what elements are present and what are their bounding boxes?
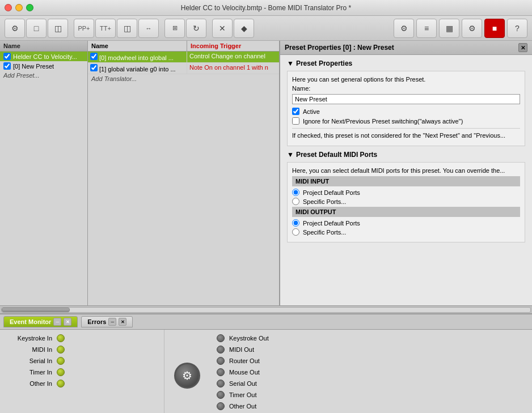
toolbar-devices-btn[interactable]: ⚙ xyxy=(394,19,414,38)
minimize-button[interactable] xyxy=(15,4,23,11)
pp-ignore-label: Ignore for Next/Previous Preset switchin… xyxy=(303,118,463,125)
serial-in-row: Serial In xyxy=(7,357,157,365)
serial-out-row: Serial Out xyxy=(217,380,525,388)
pp-active-label: Active xyxy=(303,108,320,115)
event-monitor-minimize-btn[interactable]: ─ xyxy=(53,318,61,326)
preset-item-1[interactable]: [0] New Preset xyxy=(0,61,87,71)
midi-output-default-radio[interactable] xyxy=(292,219,299,227)
pp-name-label: Name: xyxy=(292,85,520,92)
center-wheel-icon: ⚙ xyxy=(174,363,200,389)
event-monitor-tab[interactable]: Event Monitor ─ ✕ xyxy=(3,316,78,327)
toolbar-project-btn[interactable]: □ xyxy=(26,19,47,38)
preset-0-label: Helder CC to Velocity... xyxy=(13,53,77,60)
translator-item-0[interactable]: [0] modwheel into global ... Control Cha… xyxy=(88,52,279,63)
monitor-tabs: Event Monitor ─ ✕ Errors ─ ✕ xyxy=(0,314,532,330)
other-out-label: Other Out xyxy=(229,403,256,410)
translators-header: Name Incoming Trigger xyxy=(88,41,279,52)
scrollbar-thumb[interactable] xyxy=(2,308,70,312)
pp-ignore-row: Ignore for Next/Previous Preset switchin… xyxy=(292,117,520,125)
pp-active-checkbox[interactable] xyxy=(292,108,299,115)
toolbar-swap-btn[interactable]: ↔ xyxy=(138,19,159,38)
keystroke-in-row: Keystroke In xyxy=(7,334,157,342)
event-monitor-close-btn[interactable]: ✕ xyxy=(64,318,71,326)
keystroke-in-label: Keystroke In xyxy=(7,335,52,342)
errors-close-btn[interactable]: ✕ xyxy=(119,318,126,326)
main-area: Name Helder CC to Velocity... [0] New Pr… xyxy=(0,41,532,305)
midi-input-specific: Specific Ports... xyxy=(292,198,520,205)
toolbar-add-preset-btn[interactable]: PP+ xyxy=(74,19,94,38)
mouse-out-label: Mouse Out xyxy=(229,369,260,376)
toolbar-log-btn[interactable]: ≡ xyxy=(416,19,437,38)
toolbar-copy-btn[interactable]: ◫ xyxy=(117,19,137,38)
pp-midi-arrow: ▼ xyxy=(287,151,294,159)
timer-out-dot xyxy=(217,391,225,399)
serial-in-label: Serial In xyxy=(7,357,52,364)
translator-item-1[interactable]: [1] global variable g0 into ... Note On … xyxy=(88,63,279,74)
toolbar-tools-btn[interactable]: ◆ xyxy=(234,19,254,38)
midi-input-specific-label: Specific Ports... xyxy=(303,198,346,205)
pp-properties-header: ▼ Preset Properties xyxy=(287,59,525,67)
toolbar-preset-btn[interactable]: ◫ xyxy=(48,19,68,38)
preset-0-checkbox[interactable] xyxy=(3,53,11,60)
scrollbar-track[interactable] xyxy=(1,307,531,313)
translators-name-col-header: Name xyxy=(88,41,187,51)
errors-tab[interactable]: Errors ─ ✕ xyxy=(81,316,133,327)
horizontal-scrollbar[interactable] xyxy=(0,305,532,313)
presets-panel: Name Helder CC to Velocity... [0] New Pr… xyxy=(0,41,88,305)
midi-output-default: Project Default Ports xyxy=(292,219,520,227)
router-out-dot xyxy=(217,357,225,365)
preset-1-checkbox[interactable] xyxy=(3,62,11,70)
monitor-center: ⚙ xyxy=(164,330,210,413)
keystroke-out-dot xyxy=(217,334,225,342)
pp-name-input[interactable] xyxy=(292,94,520,104)
midi-in-label: MIDI In xyxy=(7,346,52,353)
toolbar-grid-btn[interactable]: ▦ xyxy=(439,19,459,38)
midi-input-default-radio[interactable] xyxy=(292,189,299,196)
toolbar-right: ⚙ ≡ ▦ ⚙ ■ ? xyxy=(394,19,527,38)
midi-in-dot xyxy=(57,346,65,354)
close-button[interactable] xyxy=(5,4,12,11)
help-button[interactable]: ? xyxy=(507,19,527,38)
preset-item-0[interactable]: Helder CC to Velocity... xyxy=(0,52,87,61)
other-out-row: Other Out xyxy=(217,402,525,410)
translator-1-checkbox[interactable] xyxy=(90,64,98,71)
presets-header: Name xyxy=(0,41,87,52)
pp-properties-title: Preset Properties xyxy=(296,59,352,67)
toolbar: ⚙ □ ◫ PP+ TT+ ◫ ↔ ⊞ ↻ ✕ ◆ ⚙ ≡ ▦ ⚙ ■ ? xyxy=(0,16,532,41)
pp-ignore-checkbox[interactable] xyxy=(292,117,299,125)
other-in-label: Other In xyxy=(7,380,52,387)
midi-input-default: Project Default Ports xyxy=(292,189,520,196)
maximize-button[interactable] xyxy=(26,4,33,11)
title-bar: Helder CC to Velocity.bmtp - Bome MIDI T… xyxy=(0,0,532,16)
pp-properties-arrow: ▼ xyxy=(287,59,294,67)
mouse-out-row: Mouse Out xyxy=(217,368,525,376)
serial-out-label: Serial Out xyxy=(229,380,257,387)
pp-divider xyxy=(292,128,520,129)
errors-minimize-btn[interactable]: ─ xyxy=(108,318,116,326)
serial-out-dot xyxy=(217,380,225,388)
midi-out-row: MIDI Out xyxy=(217,346,525,354)
pp-close-button[interactable]: ✕ xyxy=(518,43,527,52)
stop-button[interactable]: ■ xyxy=(484,19,505,38)
add-preset-link[interactable]: Add Preset... xyxy=(0,71,87,80)
toolbar-settings-btn[interactable]: ⚙ xyxy=(462,19,482,38)
serial-in-dot xyxy=(57,357,65,365)
add-translator-link[interactable]: Add Translator... xyxy=(88,74,279,83)
toolbar-cog-btn[interactable]: ⚙ xyxy=(5,19,25,38)
toolbar-midi-btn[interactable]: ↻ xyxy=(186,19,206,38)
toolbar-add-translator-btn[interactable]: TT+ xyxy=(95,19,116,38)
router-out-row: Router Out xyxy=(217,357,525,365)
window-controls[interactable] xyxy=(5,4,33,11)
mouse-out-dot xyxy=(217,368,225,376)
translator-1-trigger: Note On on channel 1 with n xyxy=(187,63,279,74)
midi-output-specific-label: Specific Ports... xyxy=(303,229,346,236)
translator-1-name: [1] global variable g0 into ... xyxy=(88,63,187,74)
toolbar-delete-btn[interactable]: ✕ xyxy=(212,19,233,38)
midi-input-specific-radio[interactable] xyxy=(292,198,299,205)
pp-midi-header: ▼ Preset Default MIDI Ports xyxy=(287,151,525,159)
translator-0-checkbox[interactable] xyxy=(90,53,98,60)
pp-title: Preset Properties [0] : New Preset xyxy=(285,44,394,52)
timer-in-label: Timer In xyxy=(7,369,52,376)
midi-output-specific-radio[interactable] xyxy=(292,228,299,236)
toolbar-alias-btn[interactable]: ⊞ xyxy=(164,19,185,38)
